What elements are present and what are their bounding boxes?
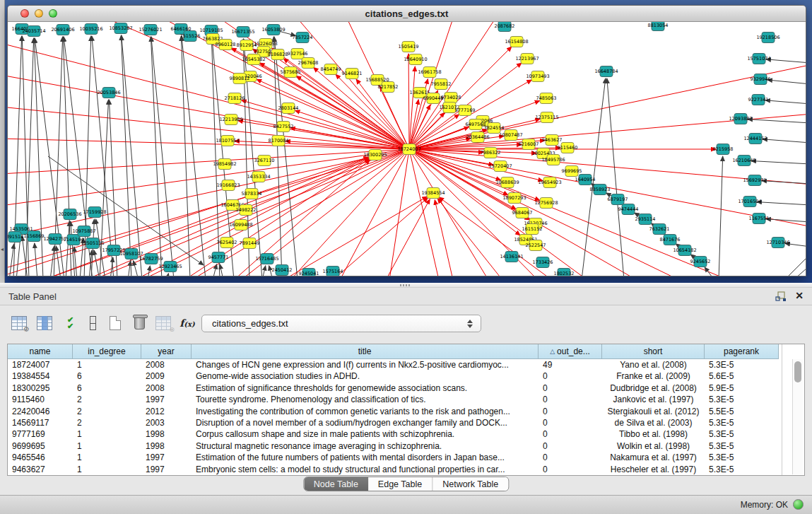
panel-splitter[interactable]	[0, 283, 812, 288]
table-cell[interactable]: 1997	[141, 394, 192, 405]
table-vertical-scrollbar[interactable]	[792, 359, 803, 474]
table-cell[interactable]: 0	[539, 382, 602, 394]
delete-column-button[interactable]	[129, 313, 150, 334]
graph-node[interactable]: 12444152	[743, 134, 767, 144]
graph-node[interactable]: 1505419	[399, 42, 419, 52]
float-panel-icon[interactable]	[775, 291, 787, 302]
graph-node[interactable]: 16053809	[261, 25, 285, 35]
graph-node[interactable]: 7632621	[649, 224, 670, 235]
graph-node[interactable]: 20206536	[58, 209, 81, 220]
table-cell[interactable]: 49	[539, 359, 602, 370]
table-cell[interactable]: 18724007	[8, 359, 73, 370]
graph-node[interactable]: 15716485	[255, 254, 278, 264]
table-cell[interactable]: Stergiakouli et al. (2012)	[602, 406, 705, 417]
table-cell[interactable]: 1997	[141, 452, 192, 463]
table-cell[interactable]: 6	[73, 382, 141, 394]
column-header-name[interactable]: name	[8, 344, 73, 359]
table-cell[interactable]: 0	[539, 370, 602, 382]
table-cell[interactable]: 5.3E-5	[705, 440, 779, 452]
graph-node[interactable]: 8427552	[273, 122, 294, 132]
table-cell[interactable]: 2	[73, 417, 141, 428]
table-cell[interactable]: Hescheler et al. (1997)	[602, 464, 705, 475]
graph-node[interactable]: 20691406	[51, 25, 74, 35]
table-cell[interactable]: 19384554	[8, 370, 73, 382]
table-cell[interactable]: Tourette syndrome. Phenomenology and cla…	[192, 394, 539, 405]
table-row[interactable]: 1872400712008Changes of HCN gene express…	[8, 359, 779, 370]
graph-node[interactable]: 12756928	[534, 198, 558, 209]
table-cell[interactable]: 5.3E-5	[705, 464, 779, 475]
column-header-in_degree[interactable]: in_degree	[73, 344, 141, 359]
graph-node[interactable]: 19218506	[756, 33, 779, 43]
network-window[interactable]: citations_edges.txt 16640532403571420691…	[7, 5, 806, 276]
table-cell[interactable]: 0	[539, 464, 602, 475]
graph-node[interactable]: 1802532	[554, 269, 575, 277]
table-row[interactable]: 969969511998Structural magnetic resonanc…	[8, 440, 779, 452]
graph-node[interactable]: 6734028	[441, 93, 461, 103]
table-cell[interactable]: 14569117	[8, 417, 73, 428]
create-column-button[interactable]	[105, 313, 126, 334]
graph-node[interactable]: 9115460	[558, 143, 578, 153]
table-cell[interactable]: 1	[73, 428, 141, 440]
network-window-titlebar[interactable]: citations_edges.txt	[8, 6, 806, 22]
column-header-year[interactable]: year	[141, 344, 192, 359]
table-cell[interactable]: Nakamura et al. (1997)	[602, 452, 705, 463]
table-cell[interactable]: 5.3E-5	[705, 359, 779, 370]
graph-node[interactable]: 9474444	[618, 204, 639, 215]
table-cell[interactable]: Genome-wide association studies in ADHD.	[192, 370, 539, 382]
graph-node[interactable]: 10853287	[109, 23, 132, 34]
table-cell[interactable]: 5.9E-5	[705, 382, 779, 394]
table-cell[interactable]: 1	[73, 452, 141, 463]
table-cell[interactable]: Estimation of significance thresholds fo…	[192, 382, 539, 394]
graph-node[interactable]: 1575164	[323, 267, 343, 277]
graph-node[interactable]: 16648784	[594, 66, 618, 77]
table-mode-button[interactable]: ⚙	[8, 313, 30, 334]
graph-node[interactable]: 19854982	[213, 159, 236, 170]
table-cell[interactable]: 5.3E-5	[705, 428, 779, 440]
graph-node[interactable]: 12213989	[219, 115, 242, 125]
table-cell[interactable]: 2009	[141, 370, 192, 382]
table-cell[interactable]: Disruption of a novel member of a sodium…	[192, 417, 539, 428]
graph-node[interactable]: 16671355	[231, 27, 254, 37]
table-cell[interactable]: 1998	[141, 440, 192, 452]
table-row[interactable]: 911546021997Tourette syndrome. Phenomeno…	[8, 394, 779, 405]
table-row[interactable]: 977716911998Corpus callosum shape and si…	[8, 428, 779, 440]
table-cell[interactable]: 0	[539, 428, 602, 440]
scrollbar-thumb[interactable]	[794, 361, 801, 382]
table-cell[interactable]: Corpus callosum shape and size in male p…	[192, 428, 539, 440]
graph-node[interactable]: 15751074	[747, 54, 770, 64]
row-layout-button[interactable]	[82, 313, 103, 334]
table-row[interactable]: 1830029562008Estimation of significance …	[8, 382, 779, 394]
graph-node[interactable]: 8813054	[648, 22, 669, 31]
table-cell[interactable]: 5.3E-5	[705, 417, 779, 428]
graph-node[interactable]: 19654923	[538, 177, 561, 188]
table-source-select[interactable]: citations_edges.txt	[201, 315, 481, 332]
column-header-out_de[interactable]: △out_de...	[539, 344, 602, 359]
table-cell[interactable]: Wolkin et al. (1998)	[602, 440, 705, 452]
table-cell[interactable]: Dudbridge et al. (2008)	[602, 382, 705, 394]
table-cell[interactable]: 22420046	[8, 406, 73, 417]
table-cell[interactable]: 2008	[141, 382, 192, 394]
show-columns-button[interactable]	[34, 313, 55, 334]
table-cell[interactable]: Franke et al. (2009)	[602, 370, 705, 382]
table-cell[interactable]: 0	[539, 440, 602, 452]
table-cell[interactable]: 2	[73, 394, 141, 405]
graph-node[interactable]: 9457771	[208, 252, 229, 263]
table-cell[interactable]: Jankovic et al. (1997)	[602, 394, 705, 405]
graph-node[interactable]: 17016504	[738, 197, 761, 207]
table-cell[interactable]: 1	[73, 440, 141, 452]
table-cell[interactable]: 2003	[141, 417, 192, 428]
graph-node[interactable]: 2087682	[495, 22, 515, 32]
graph-node[interactable]: 15692971	[743, 175, 766, 186]
graph-node[interactable]: 15720407	[488, 161, 512, 172]
graph-node[interactable]: 14353334	[247, 172, 270, 182]
table-cell[interactable]: 5.3E-5	[705, 452, 779, 463]
network-graph[interactable]: 1664053240357142069140610035216108532871…	[8, 22, 806, 276]
table-cell[interactable]: 6	[73, 370, 141, 382]
close-panel-icon[interactable]: ✕	[795, 290, 804, 301]
graph-node[interactable]: 8471676	[660, 235, 681, 245]
column-header-title[interactable]: title	[192, 344, 539, 359]
graph-node[interactable]: 16154808	[505, 37, 528, 47]
table-row[interactable]: 946362711997Embryonic stem cells: a mode…	[8, 464, 779, 475]
graph-node[interactable]: 12213967	[515, 54, 539, 64]
graph-node[interactable]: 7857224	[293, 33, 313, 43]
